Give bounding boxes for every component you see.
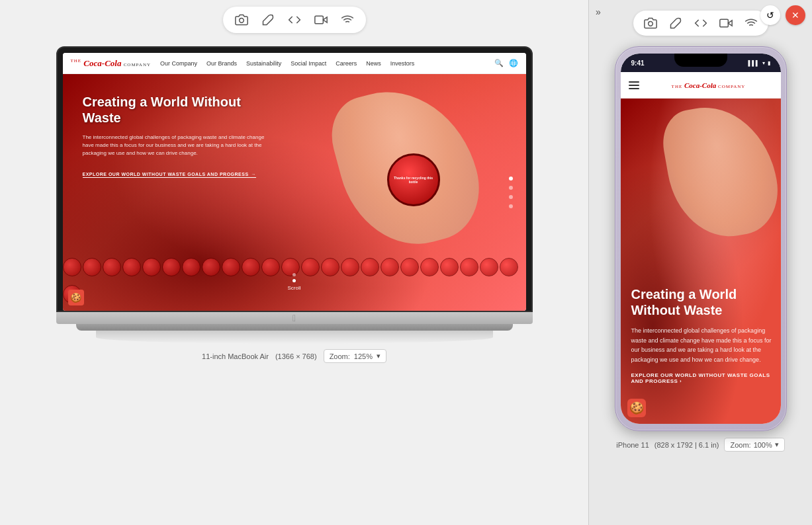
iphone-status-icons: ▌▌▌ ▾ ▮: [748, 60, 770, 66]
zoom-chevron: ▾: [377, 352, 381, 360]
scroll-dots: [293, 273, 296, 282]
camera-icon[interactable]: [234, 12, 249, 28]
right-camera-icon[interactable]: [643, 15, 658, 31]
svg-point-0: [239, 19, 244, 23]
macbook-browser: THE Coca-Cola COMPANY Our Company Our Br…: [63, 53, 526, 311]
hero-scroll-indicator: Scroll: [287, 273, 300, 291]
hero-slide-dots: [509, 177, 513, 208]
slide-dot-3[interactable]: [509, 195, 513, 199]
iphone-hero: Creating a World Without Waste The inter…: [621, 99, 781, 424]
macbook-shadow: [96, 331, 493, 344]
iphone-device: 9:41 ▌▌▌ ▾ ▮ THE: [615, 46, 787, 431]
wifi-status-icon: ▾: [762, 60, 765, 66]
right-toolbar: [633, 11, 768, 36]
refresh-button[interactable]: ↺: [760, 5, 780, 25]
right-video-icon[interactable]: [718, 15, 734, 31]
globe-icon[interactable]: 🌐: [509, 59, 518, 67]
iphone-hero-description: The interconnected global challenges of …: [631, 326, 777, 364]
iphone-hero-cta[interactable]: EXPLORE OUR WORLD WITHOUT WASTE GOALS AN…: [631, 372, 777, 384]
battery-icon: ▮: [768, 60, 770, 66]
iphone-frame: 9:41 ▌▌▌ ▾ ▮ THE: [615, 46, 787, 431]
nav-careers[interactable]: Careers: [336, 60, 357, 67]
iphone-hero-title: Creating a World Without Waste: [631, 286, 777, 318]
coke-logo-company: COMPANY: [124, 62, 151, 67]
svg-marker-1: [323, 17, 327, 22]
coke-hero: Thanks for recycling this bottle Creatin…: [63, 74, 526, 311]
slide-dot-2[interactable]: [509, 186, 513, 190]
iphone-logo: THE Coca-Cola COMPANY: [645, 81, 773, 89]
svg-point-4: [648, 22, 653, 26]
right-panel: » ↺ ✕: [588, 0, 812, 525]
slide-dot-4[interactable]: [509, 204, 513, 208]
nav-social-impact[interactable]: Social Impact: [291, 60, 326, 67]
iphone-model: iPhone 11: [616, 441, 649, 449]
macbook-chin: [76, 324, 513, 331]
coke-logo: THE Coca-Cola COMPANY: [71, 58, 152, 69]
close-button[interactable]: ✕: [786, 5, 805, 25]
top-actions: ↺ ✕: [760, 5, 805, 25]
zoom-value: 125%: [354, 352, 373, 360]
right-wifi-icon[interactable]: [743, 15, 759, 31]
svg-rect-2: [314, 16, 323, 24]
iphone-device-label: iPhone 11 (828 x 1792 | 6.1 in) Zoom: 10…: [616, 438, 785, 452]
search-icon[interactable]: 🔍: [494, 59, 504, 67]
macbook-base: : [56, 312, 533, 324]
nav-icons: 🔍 🌐: [494, 59, 518, 67]
hero-description: The interconnected global challenges of …: [83, 134, 268, 157]
slide-dot-1[interactable]: [509, 177, 513, 181]
nav-news[interactable]: News: [366, 60, 381, 67]
iphone-screen: 9:41 ▌▌▌ ▾ ▮ THE: [621, 54, 781, 424]
scroll-dot-1: [293, 273, 296, 276]
hero-title: Creating a World Without Waste: [83, 94, 268, 126]
iphone-zoom-label: Zoom:: [730, 441, 750, 449]
iphone-notch: [674, 54, 727, 67]
code-icon[interactable]: [287, 12, 302, 28]
iphone-cookie-badge[interactable]: 🍪: [627, 399, 646, 417]
svg-rect-6: [719, 19, 728, 27]
iphone-zoom-select[interactable]: Zoom: 100% ▾: [724, 438, 784, 452]
scroll-label: Scroll: [287, 285, 300, 291]
iphone-zoom-value: 100%: [754, 441, 772, 449]
wifi-icon[interactable]: [339, 12, 355, 28]
iphone-hero-content: Creating a World Without Waste The inter…: [631, 286, 777, 384]
nav-our-company[interactable]: Our Company: [160, 60, 197, 67]
video-icon[interactable]: [313, 12, 329, 28]
nav-our-brands[interactable]: Our Brands: [206, 60, 237, 67]
hero-cta-link[interactable]: EXPLORE OUR WORLD WITHOUT WASTE GOALS AN…: [83, 172, 257, 178]
right-code-icon[interactable]: [693, 15, 709, 31]
cookie-badge[interactable]: 🍪: [68, 290, 84, 305]
coke-nav: THE Coca-Cola COMPANY Our Company Our Br…: [63, 53, 526, 74]
right-brush-icon[interactable]: [668, 15, 684, 31]
macbook-notch: [275, 48, 314, 53]
apple-logo: : [293, 313, 296, 323]
nav-investors[interactable]: Investors: [390, 60, 415, 67]
svg-marker-5: [728, 20, 732, 26]
hamburger-menu[interactable]: [629, 81, 639, 89]
left-toolbar: [223, 7, 366, 33]
brush-icon[interactable]: [260, 12, 276, 28]
macbook-resolution: (1366 × 768): [275, 352, 317, 360]
macbook-screen: THE Coca-Cola COMPANY Our Company Our Br…: [56, 46, 533, 312]
left-panel: THE Coca-Cola COMPANY Our Company Our Br…: [0, 0, 588, 525]
iphone-resolution: (828 x 1792 | 6.1 in): [654, 441, 719, 449]
nav-sustainability[interactable]: Sustainability: [246, 60, 281, 67]
expand-icon[interactable]: »: [596, 7, 601, 17]
hero-content: Creating a World Without Waste The inter…: [83, 94, 268, 179]
iphone-nav: THE Coca-Cola COMPANY: [621, 72, 781, 99]
signal-icon: ▌▌▌: [748, 60, 759, 66]
zoom-label: Zoom:: [330, 352, 350, 360]
macbook-model: 11-inch MacBook Air: [202, 352, 269, 360]
macbook-device-label: 11-inch MacBook Air (1366 × 768) Zoom: 1…: [202, 349, 386, 363]
macbook-device: THE Coca-Cola COMPANY Our Company Our Br…: [56, 46, 533, 344]
iphone-zoom-chevron: ▾: [775, 440, 779, 449]
iphone-time: 9:41: [631, 60, 645, 67]
hero-recycling-cap: Thanks for recycling this bottle: [387, 153, 440, 206]
macbook-zoom-select[interactable]: Zoom: 125% ▾: [324, 349, 386, 363]
scroll-dot-2: [293, 279, 296, 282]
